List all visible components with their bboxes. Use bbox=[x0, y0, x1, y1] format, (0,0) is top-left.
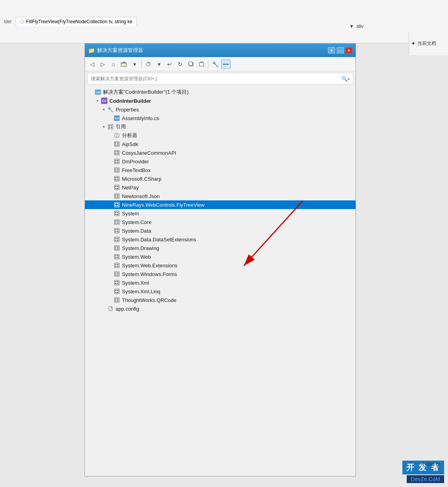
svg-rect-58 bbox=[117, 212, 118, 213]
svg-rect-99 bbox=[115, 283, 116, 284]
svg-rect-29 bbox=[115, 162, 116, 163]
svg-rect-44 bbox=[115, 188, 116, 189]
copy-button[interactable] bbox=[186, 59, 195, 69]
svg-rect-25 bbox=[117, 153, 118, 154]
tree-item-system-windows-forms[interactable]: System.Windows.Forms bbox=[85, 270, 356, 278]
cosys-icon bbox=[113, 149, 120, 156]
tree-item-project[interactable]: ▼ C# CodnInterBuilder bbox=[85, 96, 356, 105]
search-box[interactable]: 🔍 ▾ bbox=[87, 73, 353, 85]
dropdown2-btn[interactable]: ▾ bbox=[154, 59, 164, 69]
tree-item-microsoftcsharp[interactable]: Microsoft.CSharp bbox=[85, 174, 356, 183]
tree-item-cosys[interactable]: CosysJaneCommonAPI bbox=[85, 148, 356, 157]
tree-item-system-web-ext[interactable]: System.Web.Extensions bbox=[85, 261, 356, 270]
tree-item-netpay[interactable]: NetPay bbox=[85, 183, 356, 192]
back-button[interactable]: ◁ bbox=[87, 59, 97, 69]
undo-button[interactable]: ↩ bbox=[165, 59, 174, 69]
svg-rect-39 bbox=[115, 179, 116, 180]
tree-item-system[interactable]: System bbox=[85, 209, 356, 218]
csharp-icon: C# bbox=[101, 98, 107, 104]
svg-rect-46 bbox=[114, 194, 119, 198]
new-folder-button[interactable]: + bbox=[119, 59, 129, 69]
tree-item-appconfig[interactable]: ↺ app.config bbox=[85, 304, 356, 313]
svg-rect-68 bbox=[117, 229, 118, 230]
svg-point-13 bbox=[114, 133, 119, 138]
tree-item-freetextbox[interactable]: FreeTextBox bbox=[85, 166, 356, 174]
tree-item-newtonsoft[interactable]: Newtonsoft.Json bbox=[85, 192, 356, 200]
toggle-project[interactable]: ▼ bbox=[94, 98, 101, 104]
tree-item-thoughtworks[interactable]: ThoughtWorks.QRCode bbox=[85, 296, 356, 304]
svg-rect-75 bbox=[117, 240, 118, 241]
svg-rect-97 bbox=[115, 281, 116, 282]
search-input[interactable] bbox=[91, 76, 341, 81]
svg-text:+: + bbox=[123, 64, 125, 67]
tree-item-system-core[interactable]: System.Core bbox=[85, 218, 356, 226]
svg-rect-69 bbox=[115, 231, 116, 232]
appconfig-icon: ↺ bbox=[107, 305, 114, 312]
toggle-properties[interactable]: ▼ bbox=[101, 106, 107, 113]
system-label: System bbox=[122, 211, 356, 217]
tree-item-ninerays[interactable]: NineRays.WebControls.FlyTreeView bbox=[85, 200, 356, 209]
tree-item-aipsdk[interactable]: AipSdk bbox=[85, 140, 356, 148]
svg-rect-57 bbox=[115, 212, 116, 213]
analyzer-label: 分析器 bbox=[122, 132, 356, 139]
tree-item-references[interactable]: ▼ 引用 bbox=[85, 122, 356, 131]
svg-rect-85 bbox=[117, 257, 118, 258]
close-btn[interactable]: ✕ bbox=[345, 47, 352, 54]
svg-rect-31 bbox=[114, 168, 119, 172]
tree-item-system-xml-linq[interactable]: System.Xml.Linq bbox=[85, 287, 356, 296]
svg-rect-82 bbox=[115, 255, 116, 256]
svg-rect-96 bbox=[114, 280, 119, 285]
forward-button[interactable]: ▷ bbox=[98, 59, 107, 69]
tree-item-system-drawing[interactable]: System.Drawing bbox=[85, 244, 356, 252]
wrench-icon: 🔧 bbox=[107, 107, 114, 113]
tree-item-properties[interactable]: ▼ 🔧 Properties bbox=[85, 105, 356, 114]
pin-button[interactable]: — bbox=[221, 59, 230, 69]
tree-item-assemblyinfo[interactable]: C# AssemblyInfo.cs bbox=[85, 114, 356, 122]
toggle-solution[interactable] bbox=[88, 89, 94, 95]
tree-item-system-data-ext[interactable]: System.Data.DataSetExtensions bbox=[85, 235, 356, 244]
svg-rect-103 bbox=[117, 290, 118, 291]
system-drawing-label: System.Drawing bbox=[122, 245, 356, 251]
thoughtworks-label: ThoughtWorks.QRCode bbox=[122, 297, 356, 303]
tree-item-system-web[interactable]: System.Web bbox=[85, 252, 356, 261]
tree-item-system-xml[interactable]: System.Xml bbox=[85, 278, 356, 287]
system-drawing-icon bbox=[113, 244, 120, 252]
tree-container[interactable]: VS 解决方案"CodnInterBuilder"(1 个项目) ▼ C# Co… bbox=[85, 86, 356, 476]
dropdown-btn[interactable]: ▼ bbox=[328, 47, 335, 54]
search-dropdown-icon[interactable]: ▾ bbox=[348, 77, 350, 81]
editor-tab[interactable]: ⬡ FillFlyTreeView(FlyTreeNodeCollection … bbox=[16, 17, 137, 26]
system-data-ext-label: System.Data.DataSetExtensions bbox=[122, 237, 356, 243]
tree-item-solution[interactable]: VS 解决方案"CodnInterBuilder"(1 个项目) bbox=[85, 88, 356, 96]
tree-item-system-data[interactable]: System.Data bbox=[85, 226, 356, 235]
toggle-analyzer bbox=[107, 132, 113, 139]
svg-rect-90 bbox=[117, 266, 118, 267]
svg-rect-54 bbox=[115, 205, 116, 206]
assemblyinfo-icon: C# bbox=[113, 115, 120, 122]
solution-label: 解决方案"CodnInterBuilder"(1 个项目) bbox=[103, 89, 356, 96]
tree-item-dmprovider[interactable]: DmProvider bbox=[85, 157, 356, 166]
minimize-btn[interactable]: — bbox=[337, 47, 344, 54]
solution-explorer-icon: 📁 bbox=[88, 47, 95, 54]
tree-item-analyzer[interactable]: 分析器 bbox=[85, 131, 356, 140]
svg-rect-64 bbox=[115, 222, 116, 224]
paste-button[interactable] bbox=[197, 59, 206, 69]
svg-rect-21 bbox=[114, 150, 119, 155]
history-button[interactable]: ⏱ bbox=[144, 59, 153, 69]
svg-rect-61 bbox=[114, 220, 119, 224]
title-bar: 📁 解决方案资源管理器 ▼ — ✕ bbox=[85, 44, 356, 57]
project-icon: C# bbox=[101, 97, 108, 104]
refresh-button[interactable]: ↻ bbox=[175, 59, 185, 69]
svg-rect-87 bbox=[115, 264, 116, 265]
right-panel: ✦ 当前文档 bbox=[409, 31, 448, 55]
svg-rect-9 bbox=[109, 125, 110, 126]
csdn-prefix: CSDN @ bbox=[422, 462, 440, 467]
dropdown-arrow-btn[interactable]: ▾ bbox=[130, 59, 139, 69]
home-button[interactable]: ⌂ bbox=[109, 59, 118, 69]
svg-rect-80 bbox=[117, 248, 118, 250]
settings-button[interactable]: 🔧 bbox=[210, 59, 220, 69]
system-data-label: System.Data bbox=[122, 228, 356, 234]
ninerays-icon bbox=[113, 201, 120, 208]
toggle-dmprovider bbox=[107, 158, 113, 165]
toggle-references[interactable]: ▼ bbox=[101, 124, 107, 130]
watermark-bottom-text: DevZe.CoM bbox=[411, 476, 440, 482]
